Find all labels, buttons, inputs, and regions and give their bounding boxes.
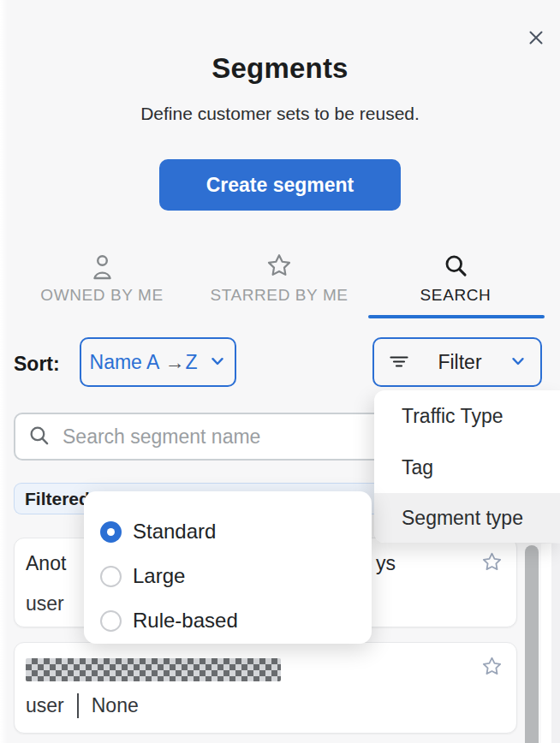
segment-name: Anot bbox=[26, 552, 66, 575]
tab-label: OWNED BY ME bbox=[40, 286, 164, 304]
star-toggle-button[interactable] bbox=[481, 656, 503, 680]
menu-item-tag[interactable]: Tag bbox=[374, 442, 560, 493]
radio-label: Rule-based bbox=[133, 609, 238, 633]
star-toggle-button[interactable] bbox=[481, 551, 503, 575]
sort-value: Name A→Z bbox=[90, 351, 198, 374]
tab-label: SEARCH bbox=[420, 286, 491, 304]
segment-type-menu: Standard Large Rule-based bbox=[84, 491, 372, 644]
search-icon bbox=[366, 253, 545, 281]
radio-icon bbox=[100, 610, 122, 632]
segments-panel: Segments Define customer sets to be reus… bbox=[0, 0, 560, 743]
filter-label: Filter bbox=[410, 351, 509, 374]
search-icon bbox=[27, 424, 51, 450]
menu-item-segment-type[interactable]: Segment type bbox=[374, 493, 560, 543]
segment-meta: user None bbox=[26, 693, 139, 718]
segment-card[interactable]: user None bbox=[14, 642, 517, 734]
tab-label: STARRED BY ME bbox=[210, 286, 348, 304]
sort-label: Sort: bbox=[14, 353, 60, 376]
radio-option-standard[interactable]: Standard bbox=[84, 509, 372, 554]
person-icon bbox=[12, 253, 192, 281]
close-icon bbox=[527, 29, 545, 49]
sort-dropdown[interactable]: Name A→Z bbox=[80, 337, 236, 387]
radio-icon bbox=[100, 566, 122, 587]
segment-meta: user bbox=[26, 592, 64, 615]
filter-lines-icon bbox=[388, 352, 410, 373]
star-icon bbox=[481, 667, 503, 680]
panel-right-strip bbox=[551, 544, 560, 743]
radio-label: Standard bbox=[133, 520, 216, 544]
segment-name-end: ys bbox=[376, 552, 396, 575]
menu-item-traffic-type[interactable]: Traffic Type bbox=[374, 390, 560, 442]
meta-separator bbox=[77, 693, 79, 718]
filter-dropdown[interactable]: Filter bbox=[372, 337, 542, 387]
scrollbar-thumb[interactable] bbox=[525, 545, 539, 743]
redacted-segment-name bbox=[26, 658, 281, 681]
star-icon bbox=[189, 253, 369, 281]
radio-option-large[interactable]: Large bbox=[84, 554, 372, 598]
create-segment-button[interactable]: Create segment bbox=[159, 159, 401, 211]
tab-search[interactable]: SEARCH bbox=[366, 253, 545, 305]
tab-owned-by-me[interactable]: OWNED BY ME bbox=[12, 253, 192, 305]
page-title: Segments bbox=[0, 52, 560, 85]
scrollbar-track bbox=[541, 544, 551, 743]
filter-menu: Traffic Type Tag Segment type bbox=[374, 390, 560, 543]
radio-icon bbox=[100, 521, 122, 543]
sort-arrow: → bbox=[164, 351, 184, 373]
chevron-down-icon bbox=[509, 353, 527, 372]
tab-starred-by-me[interactable]: STARRED BY ME bbox=[189, 253, 369, 305]
chevron-down-icon bbox=[209, 353, 226, 372]
radio-option-rule-based[interactable]: Rule-based bbox=[84, 598, 372, 643]
radio-label: Large bbox=[133, 564, 185, 588]
page-subtitle: Define customer sets to be reused. bbox=[0, 104, 560, 124]
active-tab-underline bbox=[368, 315, 545, 318]
star-icon bbox=[481, 562, 503, 575]
close-button[interactable] bbox=[525, 27, 547, 50]
